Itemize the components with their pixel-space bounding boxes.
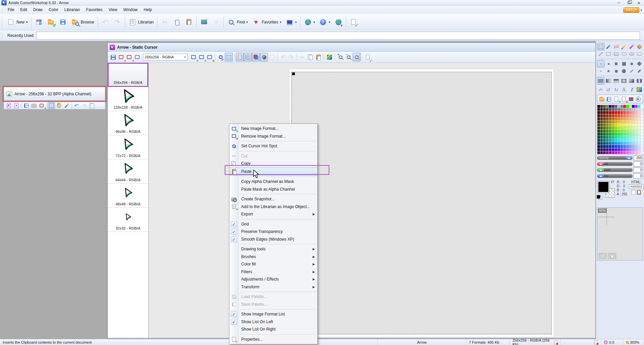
palette-color-cell[interactable] (600, 130, 603, 133)
brush-round-small[interactable] (605, 67, 612, 75)
palette-color-cell[interactable] (635, 105, 638, 108)
brush-slash-thin[interactable] (628, 67, 635, 75)
menu-item-brushes[interactable]: Brushes▶ (229, 253, 317, 261)
palette-color-cell[interactable] (606, 145, 609, 148)
palette-color-cell[interactable] (615, 130, 618, 133)
palette-color-cell[interactable] (638, 148, 640, 151)
palette-color-cell[interactable] (615, 120, 618, 123)
brush-square-medium[interactable] (612, 60, 620, 67)
image-wizard-button[interactable] (198, 15, 210, 29)
add-image-button[interactable]: + (190, 53, 198, 61)
palette-color-cell[interactable] (638, 133, 640, 136)
minimize-button[interactable]: ─ (614, 0, 624, 5)
palette-color-cell[interactable] (612, 148, 614, 151)
palette-color-cell[interactable] (629, 136, 632, 139)
web-dropdown-arrow[interactable]: ▾ (314, 20, 315, 24)
palette-color-cell[interactable] (621, 142, 623, 145)
doc-copy-format-button[interactable] (133, 53, 141, 61)
doc-palette-button[interactable] (325, 53, 333, 61)
palette-color-cell[interactable] (612, 151, 614, 154)
add-format-small-button[interactable]: + (38, 102, 45, 109)
palette-color-cell[interactable] (603, 117, 606, 120)
palette-color-cell[interactable] (635, 145, 638, 148)
palette-color-cell[interactable] (632, 117, 635, 120)
menu-item-remove-image-format[interactable]: ×Remove Image Format... (229, 133, 317, 140)
palette-color-cell[interactable] (618, 145, 620, 148)
palette-color-cell[interactable] (635, 117, 638, 120)
menu-item-copy-alpha-channel-as-mask[interactable]: Copy Alpha Channel as Mask (229, 178, 317, 186)
palette-color-cell[interactable] (621, 114, 623, 117)
format-item-72x72[interactable]: 72x72 - RGB/A (108, 135, 148, 159)
palette-color-cell[interactable] (615, 136, 618, 139)
palette-color-cell[interactable] (603, 111, 606, 114)
palette-color-cell[interactable] (597, 136, 600, 139)
palette-color-cell[interactable] (621, 136, 623, 139)
new-from-template-button[interactable] (33, 15, 45, 29)
palette-color-cell[interactable] (612, 124, 614, 126)
palette-color-cell[interactable] (626, 148, 629, 151)
load-palette-button[interactable] (598, 96, 605, 102)
fill-gradient-horizontal[interactable] (605, 77, 612, 85)
palette-color-cell[interactable] (618, 111, 620, 114)
brush-square-large[interactable] (620, 60, 628, 67)
palette-color-cell[interactable] (623, 124, 626, 126)
fill-gradient-corner[interactable] (628, 77, 635, 85)
palette-color-cell[interactable] (635, 127, 638, 129)
palette-color-cell[interactable] (606, 142, 609, 145)
palette-color-cell[interactable] (629, 148, 632, 151)
palette-color-cell[interactable] (621, 124, 623, 126)
rotate-left-button[interactable]: ↶ (597, 86, 604, 93)
tool-fill-bucket[interactable] (636, 43, 643, 50)
palette-color-cell[interactable] (629, 142, 632, 145)
find-dropdown-arrow[interactable]: ▾ (247, 20, 248, 24)
palette-color-cell[interactable] (632, 124, 635, 126)
palette-color-cell[interactable] (621, 133, 623, 136)
palette-color-cell[interactable] (597, 142, 600, 145)
palette-color-cell[interactable] (635, 133, 638, 136)
animation-button[interactable] (30, 102, 38, 109)
palette-color-cell[interactable] (609, 124, 611, 126)
blue-slider[interactable]: Blue◀▶ (597, 174, 633, 178)
redo-button[interactable]: ↷ (111, 15, 123, 29)
palette-color-cell[interactable] (632, 142, 635, 145)
palette-color-cell[interactable] (597, 124, 600, 126)
palette-color-cell[interactable] (641, 139, 643, 142)
palette-color-cell[interactable] (623, 139, 626, 142)
palette-color-cell[interactable] (641, 130, 643, 133)
palette-color-cell[interactable] (629, 130, 632, 133)
palette-color-cell[interactable] (626, 133, 629, 136)
format-item-96x96[interactable]: 96x96 - RGB/A (108, 111, 148, 135)
hotspot-marker[interactable] (292, 72, 295, 75)
palette-color-cell[interactable] (629, 120, 632, 123)
palette-color-cell[interactable] (621, 117, 623, 120)
palette-color-cell[interactable] (638, 127, 640, 129)
palette-color-cell[interactable] (626, 111, 629, 114)
palette-color-cell[interactable] (612, 130, 614, 133)
palette-color-cell[interactable] (600, 124, 603, 126)
screen-button[interactable]: ▾ (283, 15, 299, 29)
add-color-button[interactable]: + (613, 96, 620, 102)
recentbar-gripper[interactable] (2, 32, 3, 39)
palette-menu-button[interactable]: ▶ (635, 96, 642, 102)
palette-color-cell[interactable] (626, 105, 629, 108)
palette-color-cell[interactable] (600, 133, 603, 136)
palette-color-cell[interactable] (612, 139, 614, 142)
palette-color-cell[interactable] (606, 151, 609, 154)
palette-color-cell[interactable] (629, 139, 632, 142)
opacity-slider[interactable]: Opacity◀▶ (597, 156, 633, 160)
palette-color-cell[interactable] (629, 117, 632, 120)
tool-pencil[interactable] (620, 43, 628, 50)
palette-color-cell[interactable] (635, 142, 638, 145)
tool-line[interactable] (597, 50, 604, 58)
menu-view[interactable]: View (106, 6, 120, 14)
palette-color-cell[interactable] (597, 117, 600, 120)
recently-used-field[interactable] (36, 32, 640, 40)
palette-color-cell[interactable] (641, 117, 643, 120)
palette-color-cell[interactable] (626, 151, 629, 154)
menu-item-add-to-the-librarian-as-image-object[interactable]: +Add to the Librarian as Image Object... (229, 203, 317, 211)
palette-color-cell[interactable] (615, 145, 618, 148)
palette-color-cell[interactable] (609, 127, 611, 129)
rss-button[interactable]: ✦RSS ▾ (623, 7, 642, 13)
palette-color-cell[interactable] (621, 108, 623, 111)
show-format-list-button[interactable] (236, 53, 244, 61)
